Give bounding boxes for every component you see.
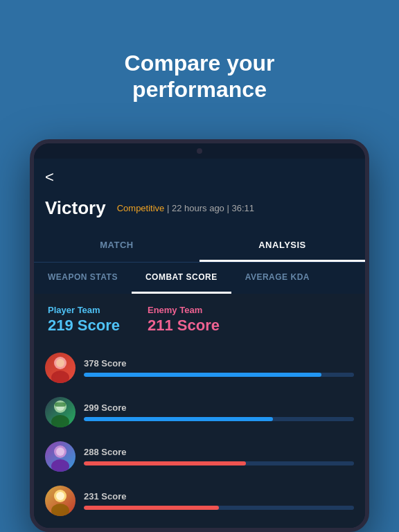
svg-point-2	[56, 359, 64, 367]
enemy-team-label: Enemy Team	[148, 305, 220, 315]
score-bar-fill	[84, 461, 246, 466]
score-bar-bg	[84, 461, 354, 466]
player-list: 378 Score 299 Score	[34, 346, 365, 532]
match-meta: Competitive | 22 hours ago | 36:11	[117, 203, 254, 213]
stats-tab-weapon[interactable]: WEAPON STATS	[34, 263, 132, 294]
table-row: 288 Score	[45, 434, 354, 479]
score-bar-fill	[84, 373, 321, 377]
tab-bar: MATCH ANALYSIS	[34, 230, 365, 263]
avatar	[45, 397, 76, 427]
stats-scroll[interactable]: WEAPON STATS COMBAT SCORE AVERAGE KDA	[34, 263, 365, 294]
scores-header: Player Team 219 Score Enemy Team 211 Sco…	[34, 294, 365, 346]
table-row: 231 Score	[45, 479, 354, 523]
device-top-bar	[34, 143, 365, 159]
player-team-score: Player Team 219 Score	[48, 305, 120, 335]
avatar	[45, 441, 76, 472]
match-duration: 36:11	[231, 203, 254, 213]
page-header: Compare your performance	[69, 0, 330, 139]
table-row: 299 Score	[45, 390, 354, 434]
stats-tab-combat[interactable]: COMBAT SCORE	[132, 263, 231, 294]
headline: Compare your performance	[97, 25, 303, 123]
svg-point-1	[51, 371, 69, 383]
player-info: 288 Score	[84, 447, 354, 466]
match-time: 22 hours ago	[172, 203, 224, 213]
player-score-text: 299 Score	[84, 402, 354, 413]
player-score-text: 288 Score	[84, 447, 354, 457]
title-row: Victory Competitive | 22 hours ago | 36:…	[34, 193, 365, 230]
player-team-value: 219 Score	[48, 317, 120, 335]
score-bar-bg	[84, 506, 354, 510]
svg-rect-6	[55, 402, 66, 407]
svg-point-9	[56, 447, 64, 456]
player-info: 378 Score	[84, 358, 354, 377]
player-info: 299 Score	[84, 402, 354, 421]
player-info: 231 Score	[84, 491, 354, 510]
avatar	[45, 486, 76, 516]
camera-indicator	[197, 148, 202, 154]
score-bar-bg	[84, 417, 354, 421]
match-separator1: |	[167, 203, 172, 213]
enemy-team-value: 211 Score	[148, 317, 220, 335]
svg-point-4	[51, 415, 69, 427]
headline-line2: performance	[132, 77, 267, 102]
match-result: Victory	[45, 197, 106, 219]
table-row: 378 Score	[45, 346, 354, 390]
match-mode: Competitive	[117, 203, 165, 213]
tab-match[interactable]: MATCH	[34, 230, 200, 262]
device-frame: < Victory Competitive | 22 hours ago | 3…	[30, 139, 369, 532]
player-score-text: 378 Score	[84, 358, 354, 369]
svg-point-8	[51, 459, 69, 472]
app-container: < Victory Competitive | 22 hours ago | 3…	[34, 159, 365, 532]
score-bar-fill	[84, 506, 219, 510]
headline-line1: Compare your	[125, 51, 275, 76]
score-bar-bg	[84, 373, 354, 377]
stats-tab-kda[interactable]: AVERAGE KDA	[231, 263, 323, 294]
svg-point-12	[56, 492, 64, 500]
avatar	[45, 353, 76, 383]
player-score-text: 231 Score	[84, 491, 354, 502]
svg-point-11	[51, 504, 69, 516]
tab-analysis[interactable]: ANALYSIS	[200, 230, 365, 262]
nav-bar: <	[34, 159, 365, 193]
enemy-team-score: Enemy Team 211 Score	[148, 305, 220, 335]
back-button[interactable]: <	[45, 168, 54, 186]
player-team-label: Player Team	[48, 305, 120, 315]
score-bar-fill	[84, 417, 273, 421]
